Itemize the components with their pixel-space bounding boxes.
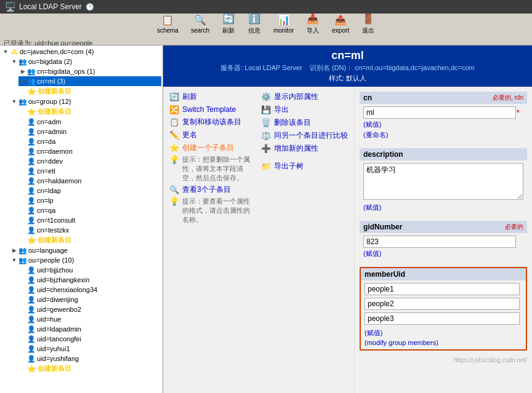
tancongfei-icon: 👤 <box>27 335 36 343</box>
cn-assign-link[interactable]: (赋值) <box>363 120 381 129</box>
root-text: dc=javachen,dc=com (4) <box>20 48 94 55</box>
action-view-children[interactable]: 🔍 查看3个子条目 <box>167 183 254 196</box>
export-icon: 📤 <box>334 13 347 26</box>
memberuid-modify-link[interactable]: (modify group members) <box>365 339 438 346</box>
tree: ▼ 🖧 dc=javachen,dc=com (4) ▼ 👥 ou=bigdat… <box>0 46 163 375</box>
cn-bigdata-ops-label[interactable]: ▶ 👥 cn=bigdata_ops (1) <box>18 66 161 76</box>
memberuid-label-text: memberUid <box>365 270 405 279</box>
ou-group-label[interactable]: ▼ 👥 ou=group (12) <box>10 97 161 106</box>
cn-testzkx[interactable]: 👤cn=testzkx <box>18 225 161 235</box>
new-group-top[interactable]: ⭐ 创建新条目 <box>18 106 161 117</box>
tree-ou-bigdata[interactable]: ▼ 👥 ou=bigdata (2) ▶ 👥 cn=bigdata_ops (1 <box>10 57 161 97</box>
tree-ou-group[interactable]: ▼ 👥 ou=group (12) ⭐ 创建新条目 👤cn <box>10 97 161 245</box>
qa-icon: 👤 <box>27 206 36 215</box>
uid-yuhui1[interactable]: 👤uid=yuhui1 <box>18 344 161 354</box>
language-folder-icon: 👥 <box>18 246 27 255</box>
cn-ml-text: cn=ml (3) <box>37 77 65 85</box>
search-button[interactable]: 🔍 search <box>188 12 212 35</box>
uid-bjjizhou[interactable]: 👤uid=bjjizhou <box>18 265 161 275</box>
hint-2: 💡 提示：要查看一个属性的格式，请点击属性的名称。 <box>167 196 254 225</box>
uid-tancongfei[interactable]: 👤uid=tancongfei <box>18 334 161 344</box>
uid-bjzhangkexin[interactable]: 👤uid=bjzhangkexin <box>18 275 161 285</box>
action-add-attr[interactable]: ➕ 增加新的属性 <box>259 142 350 155</box>
info-icon: ℹ️ <box>248 12 261 26</box>
action-create-child[interactable]: ⭐ 创建一个子条目 <box>167 141 254 154</box>
uid-ldapadmin[interactable]: 👤uid=ldapadmin <box>18 324 161 334</box>
new-people-star-icon: ⭐ <box>27 365 36 373</box>
cn-qa[interactable]: 👤cn=qa <box>18 205 161 215</box>
tree-ou-language[interactable]: ▶ 👥 ou=language <box>10 245 161 255</box>
uid-chenxiaolong34[interactable]: 👤uid=chenxiaolong34 <box>18 285 161 295</box>
monitor-icon: 📊 <box>277 13 291 26</box>
uid-hue[interactable]: 👤uid=hue <box>18 314 161 324</box>
refresh-button[interactable]: 🔄 刷新 <box>219 11 238 36</box>
da-icon: 👤 <box>27 137 36 146</box>
cn-ddev[interactable]: 👤cn=ddev <box>18 156 161 166</box>
import-button[interactable]: 📥 导入 <box>304 11 322 36</box>
description-assign-link[interactable]: (赋值) <box>363 203 381 212</box>
right-header: cn=ml 服务器: Local LDAP Server 识别名 (DN)： c… <box>163 46 532 87</box>
description-label-text: description <box>363 150 403 159</box>
adm-icon: 👤 <box>27 117 36 126</box>
action-switch-template[interactable]: 🔀 Switch Template <box>167 103 254 116</box>
ou-bigdata-label[interactable]: ▼ 👥 ou=bigdata (2) <box>10 57 161 66</box>
action-copy-move[interactable]: 📋 复制和移动该条目 <box>167 116 254 129</box>
cn-links: (赋值) (重命名) <box>363 119 523 140</box>
description-textarea[interactable]: 机器学习 <box>363 163 523 200</box>
cn-haldaemon[interactable]: 👤cn=haldaemon <box>18 176 161 186</box>
uid-yushifang[interactable]: 👤uid=yushifang <box>18 354 161 363</box>
schema-button[interactable]: 📋 schema <box>155 12 181 35</box>
action-refresh[interactable]: 🔄 刷新 <box>167 90 254 103</box>
cn-lp[interactable]: 👤cn=lp <box>18 196 161 205</box>
memberuid-input-2[interactable] <box>365 298 520 310</box>
cn-t1consult[interactable]: 👤cn=t1consult <box>18 215 161 225</box>
cn-ldap[interactable]: 👤cn=ldap <box>18 186 161 196</box>
logout-button[interactable]: 🚪 退出 <box>359 11 377 36</box>
cn-ml-label[interactable]: ▶ 👥 cn=ml (3) <box>18 76 161 86</box>
action-delete[interactable]: 🗑️ 删除该条目 <box>259 116 350 129</box>
tree-cn-ml[interactable]: ▶ 👥 cn=ml (3) <box>18 76 161 86</box>
tree-root-node[interactable]: ▼ 🖧 dc=javachen,dc=com (4) ▼ 👥 ou=bigdat… <box>1 47 161 374</box>
cn-da[interactable]: 👤cn=da <box>18 137 161 146</box>
tree-cn-bigdata-ops[interactable]: ▶ 👥 cn=bigdata_ops (1) <box>18 66 161 76</box>
action-delete-label: 删除该条目 <box>274 117 311 128</box>
uid-gewenbo2[interactable]: 👤uid=gewenbo2 <box>18 304 161 314</box>
cn-admin[interactable]: 👤cn=admin <box>18 127 161 137</box>
cn-daemon[interactable]: 👤cn=daemon <box>18 146 161 156</box>
new-people-bottom[interactable]: ⭐ 创建新条目 <box>18 363 161 374</box>
cn-adm[interactable]: 👤cn=adm <box>18 117 161 127</box>
action-export[interactable]: 💾 导出 <box>259 103 350 116</box>
tree-ou-people[interactable]: ▼ 👥 ou=people (10) 👤uid=bjjizhou 👤uid=bj… <box>10 255 161 374</box>
monitor-button[interactable]: 📊 monitor <box>271 12 296 35</box>
info-button[interactable]: ℹ️ 信息 <box>245 11 264 36</box>
new-bigdata-text: 创建新条目 <box>38 87 71 96</box>
action-export-subtree-icon: 📁 <box>261 162 271 172</box>
gidnumber-assign-link[interactable]: (赋值) <box>363 249 381 258</box>
attr-cn-block: cn 必要的, rdn * (赋值) (重命名) <box>360 92 527 142</box>
memberuid-input-3[interactable] <box>365 312 520 325</box>
export-button[interactable]: 📤 export <box>329 12 352 35</box>
ou-people-label[interactable]: ▼ 👥 ou=people (10) <box>10 255 161 265</box>
expand-ml-icon: ▶ <box>20 78 26 84</box>
cn-input[interactable] <box>363 106 516 119</box>
ou-language-label[interactable]: ▶ 👥 ou=language <box>10 245 161 255</box>
action-rename[interactable]: ✏️ 更名 <box>167 129 254 141</box>
uid-diwenjing[interactable]: 👤uid=diwenjing <box>18 295 161 304</box>
new-group-bottom[interactable]: ⭐ 创建新条目 <box>18 235 161 245</box>
tree-new-bigdata[interactable]: ⭐ 创建新条目 <box>18 86 161 97</box>
lp-icon: 👤 <box>27 196 36 205</box>
action-show-internal[interactable]: ⚙️ 显示内部属性 <box>259 90 350 103</box>
memberuid-input-1[interactable] <box>365 283 520 295</box>
action-export-subtree[interactable]: 📁 导出子树 <box>259 160 350 173</box>
attr-gidnumber-block: gidNumber 必要的 (赋值) <box>360 221 527 261</box>
cn-etl[interactable]: 👤cn=etl <box>18 166 161 176</box>
tree-root-label[interactable]: ▼ 🖧 dc=javachen,dc=com (4) <box>1 47 161 57</box>
action-compare[interactable]: ⚖️ 同另一个条目进行比较 <box>259 129 350 142</box>
cn-rename-link[interactable]: (重命名) <box>363 130 388 140</box>
gidnumber-input[interactable] <box>363 236 516 248</box>
action-create-icon: ⭐ <box>169 143 179 153</box>
cn-bigdata-ops-text: cn=bigdata_ops (1) <box>37 68 95 75</box>
new-bigdata-label[interactable]: ⭐ 创建新条目 <box>18 86 161 97</box>
memberuid-assign-link[interactable]: (赋值) <box>365 328 382 338</box>
bjjizhou-icon: 👤 <box>27 266 36 274</box>
